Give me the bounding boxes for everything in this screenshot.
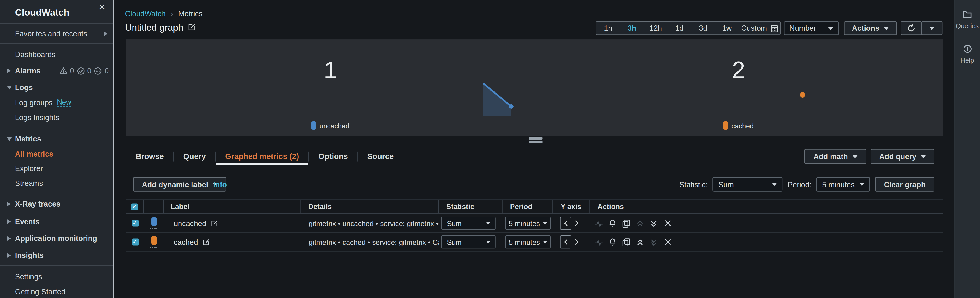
add-query-button[interactable]: Add query xyxy=(870,149,934,164)
row-period-select[interactable]: 5 minutes xyxy=(505,216,550,230)
time-range-3h[interactable]: 3h xyxy=(620,22,644,35)
sidebar-item-alarms[interactable]: Alarms 0 0 0 xyxy=(0,65,113,76)
metric-graph-widget[interactable]: 1 uncached 2 cached xyxy=(126,39,943,136)
help-panel-button[interactable]: Help xyxy=(955,45,980,64)
add-dynamic-label-button[interactable]: Add dynamic label xyxy=(133,177,226,192)
chevron-down-icon xyxy=(921,155,926,158)
metric-details-link[interactable]: gitmetrix • uncached • service: gitmetri… xyxy=(309,219,439,227)
info-link[interactable]: Info xyxy=(213,180,227,189)
create-alarm-icon[interactable] xyxy=(608,219,617,228)
sidebar-item-log-groups[interactable]: Log groups New xyxy=(0,97,113,108)
breadcrumb-current: Metrics xyxy=(178,9,202,18)
row-period-select[interactable]: 5 minutes xyxy=(505,236,550,248)
row-statistic-select[interactable]: Sum xyxy=(441,216,496,230)
panel-resize-handle[interactable] xyxy=(529,137,542,145)
metric-details-link[interactable]: gitmetrix • cached • service: gitmetrix … xyxy=(309,238,439,246)
chevron-right-icon xyxy=(7,236,11,241)
sidebar-item-logs-insights[interactable]: Logs Insights xyxy=(0,112,113,123)
statistic-select[interactable]: Sum xyxy=(713,177,783,192)
tab-graphed-metrics[interactable]: Graphed metrics (2) xyxy=(216,148,308,165)
sidebar-item-metrics[interactable]: Metrics xyxy=(0,133,113,145)
remove-metric-icon[interactable] xyxy=(663,219,672,228)
yaxis-left-button[interactable] xyxy=(560,236,571,248)
sidebar-title: CloudWatch xyxy=(15,6,69,17)
time-range-1w[interactable]: 1w xyxy=(715,22,739,35)
check-icon: ✓ xyxy=(133,220,138,227)
time-range-1h[interactable]: 1h xyxy=(596,22,620,35)
calendar-icon xyxy=(771,24,778,32)
time-range-custom[interactable]: Custom xyxy=(739,22,780,35)
move-up-icon[interactable] xyxy=(636,237,644,246)
sidebar-item-all-metrics[interactable]: All metrics xyxy=(0,148,113,160)
row-checkbox[interactable]: ✓ xyxy=(132,220,138,227)
time-range-3d[interactable]: 3d xyxy=(691,22,715,35)
move-down-icon[interactable] xyxy=(649,219,658,228)
chevron-down-icon xyxy=(929,27,934,30)
sidebar-item-insights[interactable]: Insights xyxy=(0,250,113,261)
close-icon[interactable]: ✕ xyxy=(98,2,105,12)
cached-legend: cached xyxy=(535,122,942,130)
divider xyxy=(0,266,113,266)
sidebar-item-dashboards[interactable]: Dashboards xyxy=(0,49,113,60)
tab-source[interactable]: Source xyxy=(358,148,403,165)
chevron-down-icon xyxy=(828,27,833,30)
yaxis-right-button[interactable] xyxy=(571,220,581,227)
period-column-header: Period xyxy=(503,200,553,213)
remove-metric-icon[interactable] xyxy=(663,237,672,246)
row-checkbox[interactable]: ✓ xyxy=(132,239,138,245)
queries-panel-button[interactable]: Queries xyxy=(955,11,980,29)
time-range-group: 1h 3h 12h 1d 3d 1w Custom xyxy=(596,21,781,35)
alarm-warning-icon xyxy=(59,67,67,75)
sidebar-item-xray-traces[interactable]: X-Ray traces xyxy=(0,199,113,210)
statistic-label: Statistic: xyxy=(679,180,708,189)
yaxis-left-button[interactable] xyxy=(560,216,571,230)
sparkline-toggle-icon[interactable] xyxy=(594,219,603,228)
clear-graph-button[interactable]: Clear graph xyxy=(875,177,934,192)
sidebar-item-explorer[interactable]: Explorer xyxy=(0,163,113,174)
tab-options[interactable]: Options xyxy=(309,148,357,165)
cached-data-point xyxy=(800,92,805,98)
time-range-12h[interactable]: 12h xyxy=(644,22,668,35)
color-swatch-picker[interactable] xyxy=(150,217,158,229)
statistic-period-cluster: Statistic: Sum Period: 5 minutes Clear g… xyxy=(679,177,934,192)
chevron-right-icon xyxy=(7,219,11,224)
period-select[interactable]: 5 minutes xyxy=(816,177,870,192)
actions-button[interactable]: Actions xyxy=(844,21,897,35)
sidebar-item-application-monitoring[interactable]: Application monitoring xyxy=(0,233,113,244)
add-math-button[interactable]: Add math xyxy=(805,149,866,164)
tab-browse[interactable]: Browse xyxy=(126,148,173,165)
new-badge[interactable]: New xyxy=(57,98,72,107)
duplicate-icon[interactable] xyxy=(622,237,630,246)
label-column-header: Label xyxy=(164,200,301,213)
edit-title-icon[interactable] xyxy=(188,23,196,31)
sidebar-item-streams[interactable]: Streams xyxy=(0,178,113,189)
chevron-down-icon xyxy=(884,27,889,30)
time-range-1d[interactable]: 1d xyxy=(668,22,691,35)
refresh-options-button[interactable] xyxy=(921,21,942,35)
uncached-value: 1 xyxy=(126,56,535,84)
refresh-button[interactable] xyxy=(900,21,922,35)
view-mode-select[interactable]: Number xyxy=(784,21,839,35)
chevron-right-icon xyxy=(7,202,11,207)
alarm-counts: 0 0 0 xyxy=(59,66,109,75)
yaxis-right-button[interactable] xyxy=(571,239,581,245)
color-swatch-picker[interactable] xyxy=(150,236,158,248)
edit-label-icon[interactable] xyxy=(202,238,210,246)
tab-query[interactable]: Query xyxy=(174,148,215,165)
row-statistic-select[interactable]: Sum xyxy=(441,236,496,248)
sidebar-item-logs[interactable]: Logs xyxy=(0,82,113,93)
breadcrumb: CloudWatch › Metrics xyxy=(125,9,202,18)
breadcrumb-cloudwatch-link[interactable]: CloudWatch xyxy=(125,9,165,18)
sidebar-item-settings[interactable]: Settings xyxy=(0,271,113,282)
graphed-metrics-table: ✓ Label Details Statistic Period Y axis … xyxy=(126,199,943,252)
sidebar-item-favorites[interactable]: Favorites and recents xyxy=(0,28,113,39)
sidebar-item-events[interactable]: Events xyxy=(0,216,113,227)
select-all-checkbox[interactable]: ✓ xyxy=(131,203,138,210)
sparkline-toggle-icon[interactable] xyxy=(594,237,603,246)
create-alarm-icon[interactable] xyxy=(608,237,617,246)
sidebar-item-getting-started[interactable]: Getting Started xyxy=(0,286,113,297)
duplicate-icon[interactable] xyxy=(622,219,630,228)
edit-label-icon[interactable] xyxy=(210,219,218,227)
actions-column-header: Actions xyxy=(590,200,943,213)
swatch-dotted-underline xyxy=(150,228,158,229)
